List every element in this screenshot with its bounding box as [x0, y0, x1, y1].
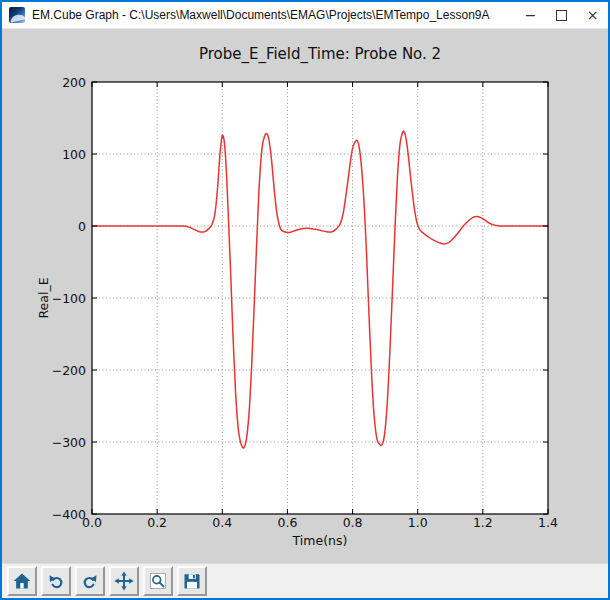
minimize-button[interactable]: − — [515, 2, 546, 28]
x-tick-label: 0.8 — [343, 515, 363, 530]
close-icon: × — [587, 7, 599, 23]
close-button[interactable]: × — [577, 2, 608, 28]
save-icon — [182, 571, 202, 591]
y-tick-label: −200 — [52, 363, 86, 378]
x-tick-label: 0.4 — [212, 515, 232, 530]
figure-canvas: Probe_E_Field_Time: Probe No. 2 0.00.20.… — [2, 29, 608, 563]
pan-icon — [114, 571, 134, 591]
maximize-button[interactable] — [546, 2, 577, 28]
maximize-icon — [556, 10, 567, 21]
pan-button[interactable] — [109, 566, 139, 596]
home-button[interactable] — [7, 566, 37, 596]
x-tick-label: 1.4 — [538, 515, 558, 530]
titlebar[interactable]: EM.Cube Graph - C:\Users\Maxwell\Documen… — [2, 2, 608, 29]
emcube-logo-icon — [9, 7, 25, 23]
x-tick-label: 0.2 — [147, 515, 167, 530]
home-icon — [12, 571, 32, 591]
y-tick-label: −300 — [52, 435, 86, 450]
zoom-button[interactable] — [143, 566, 173, 596]
chart-svg: Probe_E_Field_Time: Probe No. 2 0.00.20.… — [2, 29, 608, 563]
back-button[interactable] — [41, 566, 71, 596]
forward-button[interactable] — [75, 566, 105, 596]
x-axis-label: Time(ns) — [292, 533, 348, 548]
save-button[interactable] — [177, 566, 207, 596]
zoom-icon — [148, 571, 168, 591]
emcube-graph-window: EM.Cube Graph - C:\Users\Maxwell\Documen… — [0, 0, 610, 600]
x-tick-label: 0.6 — [277, 515, 297, 530]
minimize-icon: − — [525, 7, 537, 23]
back-icon — [46, 571, 66, 591]
y-tick-label: −400 — [52, 507, 86, 522]
x-tick-label: 1.2 — [473, 515, 493, 530]
window-title: EM.Cube Graph - C:\Users\Maxwell\Documen… — [32, 8, 490, 22]
y-tick-label: 200 — [62, 75, 86, 90]
x-tick-label: 1.0 — [408, 515, 428, 530]
y-tick-label: 0 — [78, 219, 86, 234]
plot-toolbar — [2, 563, 608, 598]
y-axis-label: Real_E — [36, 277, 51, 318]
y-tick-label: −100 — [52, 291, 86, 306]
forward-icon — [80, 571, 100, 591]
window-controls: − × — [515, 2, 608, 28]
chart-title: Probe_E_Field_Time: Probe No. 2 — [199, 45, 441, 64]
y-tick-label: 100 — [62, 147, 86, 162]
